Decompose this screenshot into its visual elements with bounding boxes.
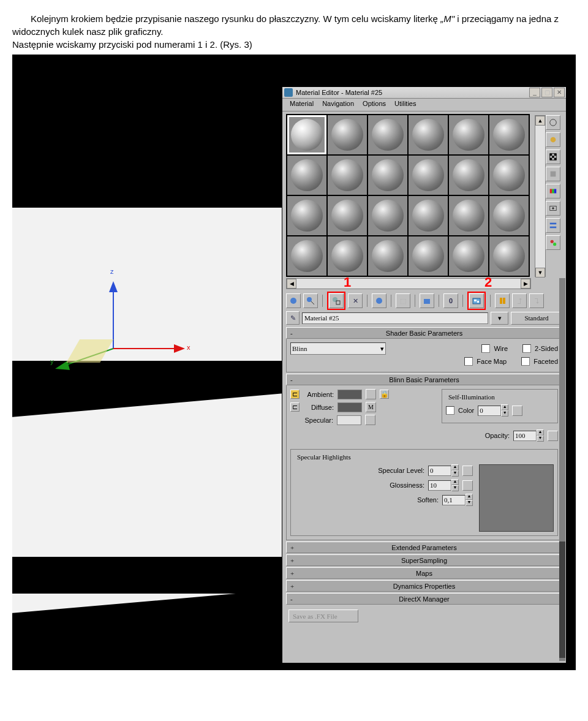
- show-end-result-button[interactable]: [495, 293, 510, 308]
- spec-level-label: Specular Level:: [378, 467, 424, 474]
- get-material-button[interactable]: [286, 293, 301, 308]
- menu-material[interactable]: Material: [286, 100, 317, 110]
- sample-slot[interactable]: [449, 156, 488, 195]
- rollup-header[interactable]: +SuperSampling: [286, 554, 562, 566]
- sample-slot[interactable]: [489, 236, 529, 276]
- sample-slot[interactable]: [449, 196, 488, 235]
- selfillum-spinner[interactable]: ▲▼: [478, 404, 508, 417]
- sample-slot[interactable]: [328, 156, 367, 195]
- ambient-map-button[interactable]: [366, 389, 376, 399]
- rollup-header[interactable]: +Maps: [286, 567, 562, 579]
- material-type-button[interactable]: Standard: [511, 312, 562, 325]
- scroll-down-icon[interactable]: ▼: [535, 268, 545, 277]
- opacity-spinner[interactable]: ▲▼: [513, 429, 544, 442]
- make-copy-button[interactable]: [372, 293, 386, 308]
- gloss-spinner[interactable]: ▲▼: [428, 479, 459, 491]
- selfillum-map-button[interactable]: [512, 406, 522, 416]
- gloss-map-button[interactable]: [462, 480, 473, 491]
- backlight-button[interactable]: [546, 132, 560, 147]
- sample-slot[interactable]: [489, 156, 529, 195]
- sample-slots-area: ▲ ▼ ◀ ▶: [282, 111, 545, 289]
- rollup-header[interactable]: -Blinn Basic Parameters: [286, 374, 562, 385]
- pick-material-button[interactable]: ✎: [286, 311, 300, 325]
- sample-slot[interactable]: [409, 196, 448, 235]
- samples-vscroll[interactable]: ▲ ▼: [535, 115, 546, 277]
- specular-map-button[interactable]: [365, 415, 375, 425]
- sample-slot[interactable]: [368, 236, 407, 276]
- svg-rect-28: [477, 301, 479, 303]
- rollup-header[interactable]: -DirectX Manager: [286, 593, 562, 605]
- save-fx-button[interactable]: Save as .FX File: [288, 610, 358, 622]
- sample-uv-button[interactable]: [546, 167, 560, 181]
- selfillum-color-checkbox[interactable]: [446, 406, 454, 415]
- menu-navigation[interactable]: Navigation: [318, 100, 358, 110]
- select-by-material-button[interactable]: [546, 235, 560, 250]
- put-to-scene-button[interactable]: [303, 293, 318, 308]
- sample-slot[interactable]: [287, 196, 326, 235]
- sample-type-button[interactable]: [546, 115, 560, 130]
- scroll-up-icon[interactable]: ▲: [535, 116, 545, 126]
- sample-slot[interactable]: [489, 196, 529, 235]
- scroll-right-icon[interactable]: ▶: [521, 279, 530, 289]
- maximize-button[interactable]: ▢: [541, 88, 552, 97]
- background-button[interactable]: [546, 149, 560, 164]
- name-dropdown-button[interactable]: ▾: [491, 312, 508, 325]
- rollup-header[interactable]: +Extended Parameters: [286, 542, 562, 553]
- material-effects-button[interactable]: 0: [443, 293, 458, 308]
- reset-map-button[interactable]: ✕: [348, 293, 363, 308]
- sample-slot[interactable]: [368, 196, 407, 235]
- wire-checkbox[interactable]: [481, 344, 490, 353]
- sample-slot[interactable]: [409, 156, 448, 195]
- diffuse-swatch[interactable]: [337, 402, 362, 412]
- sample-slot[interactable]: [489, 115, 529, 154]
- ambient-swatch[interactable]: [337, 390, 362, 399]
- rollup-header[interactable]: -Shader Basic Parameters: [286, 327, 562, 339]
- material-name-input[interactable]: [302, 312, 488, 324]
- sample-slot-selected[interactable]: [287, 115, 326, 154]
- spec-level-spinner[interactable]: ▲▼: [428, 464, 459, 477]
- sample-slot[interactable]: [449, 236, 488, 276]
- diffuse-map-button[interactable]: M: [366, 402, 376, 412]
- samples-hscroll[interactable]: ◀ ▶: [286, 278, 531, 289]
- titlebar[interactable]: Material Editor - Material #25 _ ▢ ✕: [282, 87, 566, 99]
- two-sided-checkbox[interactable]: [522, 344, 531, 353]
- shader-select[interactable]: Blinn▾: [290, 342, 386, 355]
- sample-slot[interactable]: [449, 115, 488, 154]
- close-button[interactable]: ✕: [554, 88, 565, 97]
- sample-slot[interactable]: [328, 196, 367, 235]
- menu-options[interactable]: Options: [359, 100, 390, 110]
- go-to-parent-button[interactable]: ⮥: [512, 293, 527, 308]
- self-illum-group: Self-Illumination Color ▲▼: [442, 389, 558, 423]
- facemap-checkbox[interactable]: [464, 357, 473, 366]
- video-color-check-button[interactable]: [546, 184, 560, 198]
- sample-slot[interactable]: [409, 236, 448, 276]
- sample-slot[interactable]: [328, 236, 367, 276]
- lock-icon[interactable]: 🔒: [380, 390, 389, 399]
- sample-slot[interactable]: [368, 156, 407, 195]
- menu-utilities[interactable]: Utilities: [391, 100, 420, 110]
- panel-vscroll[interactable]: [559, 278, 565, 661]
- diffuse-specular-lock-icon[interactable]: ⊏: [290, 402, 300, 412]
- go-forward-button[interactable]: ⮧: [529, 293, 544, 308]
- spec-level-map-button[interactable]: [462, 466, 473, 476]
- rollup-header[interactable]: +Dynamics Properties: [286, 580, 562, 592]
- options-button[interactable]: [546, 218, 560, 233]
- specular-swatch[interactable]: [337, 415, 361, 425]
- soften-spinner[interactable]: ▲▼: [442, 494, 473, 506]
- minimize-button[interactable]: _: [529, 88, 540, 97]
- show-map-in-viewport-button[interactable]: [469, 293, 484, 308]
- rollup-blinn-basic: -Blinn Basic Parameters ⊏ Ambient: 🔒: [286, 374, 562, 540]
- opacity-map-button[interactable]: [548, 431, 558, 441]
- sample-slot[interactable]: [287, 236, 326, 276]
- sample-slot[interactable]: [368, 115, 407, 154]
- put-to-library-button[interactable]: [420, 293, 434, 308]
- assign-to-selection-button[interactable]: [329, 293, 344, 308]
- ambient-diffuse-lock-icon[interactable]: ⊏: [290, 390, 300, 399]
- scroll-left-icon[interactable]: ◀: [287, 279, 296, 289]
- sample-slot[interactable]: [409, 115, 448, 154]
- make-preview-button[interactable]: [546, 201, 560, 216]
- sample-slot[interactable]: [287, 156, 326, 195]
- faceted-checkbox[interactable]: [521, 357, 530, 366]
- sample-slot[interactable]: [328, 115, 367, 154]
- make-unique-button[interactable]: ⬚: [396, 293, 410, 308]
